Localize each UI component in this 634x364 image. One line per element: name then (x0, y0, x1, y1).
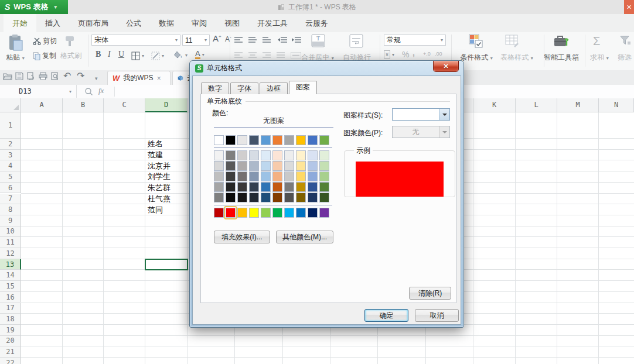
ribbon-tab-公式[interactable]: 公式 (117, 14, 150, 32)
color-swatch-#EDEDED[interactable] (284, 150, 294, 160)
ribbon-tab-插入[interactable]: 插入 (36, 14, 69, 32)
align-top-icon[interactable] (234, 37, 243, 43)
color-swatch-#2E5496[interactable] (308, 182, 318, 192)
select-all-corner[interactable] (0, 98, 21, 112)
color-swatch-#ED7D31[interactable] (272, 135, 282, 145)
merge-center-icon[interactable]: T (311, 34, 326, 48)
open-file-icon[interactable] (3, 72, 12, 80)
cancel-button[interactable]: 取消 (415, 309, 459, 322)
color-swatch-#7F7F7F[interactable] (214, 193, 224, 202)
align-center-icon[interactable] (248, 52, 257, 59)
row-header-11[interactable]: 11 (0, 237, 21, 248)
row-header-19[interactable]: 19 (0, 325, 21, 336)
color-swatch-#F4B183[interactable] (272, 171, 282, 181)
conditional-format-icon[interactable] (469, 34, 483, 49)
color-swatch-#595959[interactable] (226, 161, 236, 171)
font-name-select[interactable]: 宋体▾ (91, 35, 180, 46)
column-header-L[interactable]: L (516, 98, 557, 112)
color-swatch-#002060[interactable] (308, 208, 318, 218)
color-swatch-#C9C9C9[interactable] (284, 171, 294, 181)
color-swatch-#9CC2E5[interactable] (261, 171, 271, 181)
name-box[interactable]: D13 ▾ (0, 85, 77, 98)
color-swatch-#FFFFFF[interactable] (214, 135, 224, 145)
copy-button[interactable]: 复制 (33, 51, 56, 61)
increase-indent-icon[interactable] (292, 37, 301, 43)
column-header-C[interactable]: C (104, 98, 145, 112)
window-close-button[interactable]: ✕ (624, 0, 634, 14)
color-swatch-#AEABAB[interactable] (237, 161, 247, 171)
zoom-formula-icon[interactable] (84, 87, 93, 96)
ribbon-tab-审阅[interactable]: 审阅 (183, 14, 216, 32)
filter-button[interactable]: 筛选 (613, 53, 634, 63)
currency-format-button[interactable]: ¥ ▾ (384, 50, 394, 59)
redo-icon[interactable]: ↷ (77, 71, 84, 81)
color-swatch-#D6DCE4[interactable] (249, 150, 259, 160)
color-swatch-#F2F2F2[interactable] (214, 150, 224, 160)
cell-D2[interactable]: 姓名 (146, 139, 187, 150)
row-header-22[interactable]: 22 (0, 358, 21, 364)
color-swatch-#4472C4[interactable] (308, 135, 318, 145)
color-swatch-#D9E2F3[interactable] (308, 150, 318, 160)
ribbon-tab-视图[interactable]: 视图 (216, 14, 248, 32)
color-swatch-#0070C0[interactable] (296, 208, 306, 218)
undo-icon[interactable]: ↶ (63, 71, 71, 81)
filter-icon[interactable] (620, 35, 630, 46)
color-swatch-#538135[interactable] (319, 182, 329, 192)
align-right-icon[interactable] (263, 52, 271, 59)
decrease-indent-icon[interactable] (278, 37, 287, 43)
color-swatch-#BDD7EE[interactable] (261, 161, 271, 171)
color-swatch-#7B7B7B[interactable] (284, 182, 294, 192)
doc-tab-my-wps[interactable]: W 我的WPS × (107, 71, 171, 85)
close-tab-icon[interactable]: × (157, 74, 161, 83)
dialog-tab-数字[interactable]: 数字 (201, 83, 229, 94)
color-swatch-#262626[interactable] (226, 182, 236, 192)
color-swatch-#171616[interactable] (237, 193, 247, 202)
column-header-A[interactable]: A (21, 98, 63, 112)
column-header-N[interactable]: N (599, 98, 634, 112)
cell-D6[interactable]: 朱艺群 (146, 183, 187, 194)
color-swatch-#1F3863[interactable] (308, 193, 318, 202)
row-header-7[interactable]: 7 (0, 194, 21, 205)
table-style-icon[interactable] (505, 34, 520, 49)
ribbon-tab-云服务[interactable]: 云服务 (296, 14, 337, 32)
row-header-5[interactable]: 5 (0, 171, 21, 183)
row-header-20[interactable]: 20 (0, 336, 21, 347)
color-swatch-#D0CECE[interactable] (237, 150, 247, 160)
table-style-button[interactable]: 表格样式 ▾ (497, 53, 537, 63)
cell-D8[interactable]: 范同 (146, 204, 187, 215)
row-header-15[interactable]: 15 (0, 281, 21, 292)
print-preview-icon[interactable] (50, 72, 59, 80)
color-swatch-#375623[interactable] (319, 193, 329, 202)
align-middle-icon[interactable] (248, 37, 257, 43)
row-header-2[interactable]: 2 (0, 139, 21, 150)
row-header-13[interactable]: 13 (0, 259, 21, 270)
customize-quickbar-icon[interactable]: ▾ (95, 73, 98, 84)
bold-button[interactable]: B (96, 50, 101, 59)
ribbon-tab-页面布局[interactable]: 页面布局 (69, 14, 117, 32)
color-swatch-#A5A5A5[interactable] (214, 182, 224, 192)
dialog-tab-图案[interactable]: 图案 (289, 81, 317, 94)
column-header-D[interactable]: D (145, 98, 188, 112)
color-swatch-#8EAADB[interactable] (308, 171, 318, 181)
increase-font-icon[interactable]: A+ (213, 33, 221, 43)
column-header-K[interactable]: K (473, 98, 516, 112)
paste-icon[interactable] (6, 34, 25, 51)
fill-color-button[interactable]: ▾ (173, 50, 188, 60)
number-format-select[interactable]: 常规▾ (384, 35, 446, 46)
cell-D7[interactable]: 杜气燕 (146, 194, 187, 205)
color-swatch-#C5E0B3[interactable] (319, 161, 329, 171)
percent-style-button[interactable]: % (402, 50, 409, 59)
cell-D5[interactable]: 刘学生 (146, 171, 187, 183)
color-swatch-#00B050[interactable] (272, 208, 282, 218)
ribbon-tab-开发工具[interactable]: 开发工具 (248, 14, 296, 32)
color-swatch-#C00000[interactable] (214, 208, 224, 218)
color-swatch-#00B0F0[interactable] (284, 208, 294, 218)
output-icon[interactable] (26, 72, 35, 80)
fx-icon[interactable]: fx (98, 86, 104, 95)
color-swatch-#DDEBF7[interactable] (261, 150, 271, 160)
row-header-10[interactable]: 10 (0, 226, 21, 238)
color-swatch-#FFD965[interactable] (296, 171, 306, 181)
row-header-21[interactable]: 21 (0, 346, 21, 358)
color-swatch-#000000[interactable] (226, 135, 236, 145)
color-swatch-#FFFF00[interactable] (249, 208, 259, 218)
